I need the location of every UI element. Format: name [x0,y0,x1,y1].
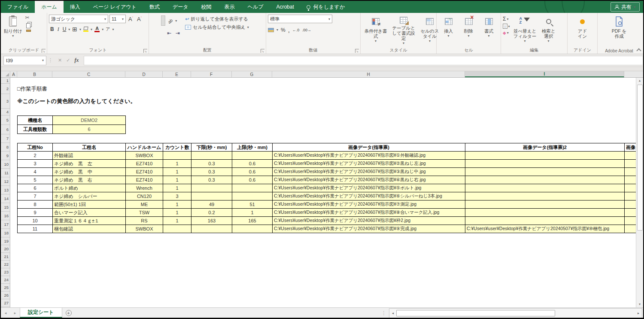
top-align-button[interactable] [151,15,155,26]
row-header-5[interactable]: 5 [1,115,10,125]
scroll-down-icon[interactable] [639,301,641,307]
ribbon-tab-ヘルプ[interactable]: ヘルプ [241,1,270,13]
cell[interactable] [163,225,191,233]
ribbon-tab-ページ レイアウト[interactable]: ページ レイアウト [87,1,143,13]
column-header-H[interactable]: H [272,71,465,77]
cell[interactable]: ネジ締め 黒 中 [53,168,126,176]
bottom-align-button[interactable] [161,15,165,26]
cell[interactable]: 0.3 [191,160,232,168]
number-dialog-launcher[interactable] [355,49,359,53]
cell[interactable] [625,184,636,192]
cell[interactable]: 3 [18,160,53,168]
row-header-3[interactable]: 3 [1,94,10,109]
row-header-15[interactable]: 15 [1,203,10,212]
row-header-24[interactable]: 24 [1,276,10,284]
cell[interactable]: 3 [163,192,191,201]
cell[interactable] [625,160,636,168]
cell[interactable]: 外観確認 [53,152,126,160]
insert-function-icon[interactable] [74,57,79,64]
cell[interactable]: 51 [232,201,273,209]
cell[interactable]: RS [126,217,163,225]
increase-indent-button[interactable] [174,29,182,37]
cell[interactable]: Wrench [126,184,163,192]
phonetic-guide-button[interactable] [104,26,111,32]
confirm-entry-icon[interactable] [66,58,70,63]
percent-style-button[interactable] [281,27,286,33]
paste-button[interactable]: 貼り付け [3,15,24,47]
ribbon-tab-Acrobat[interactable]: Acrobat [270,1,300,13]
autosum-button[interactable] [503,16,510,22]
delete-cells-button[interactable]: 削除 [463,15,474,47]
cell[interactable]: 1 [163,168,191,176]
scroll-right-icon[interactable] [635,311,642,315]
cell[interactable]: 1 [163,184,191,192]
cell[interactable]: 4 [18,168,53,176]
align-right-button[interactable] [161,32,164,34]
formula-bar-splitter[interactable]: ⋮ [48,58,53,63]
cell[interactable]: C:¥Users¥user¥Desktop¥作業ナビアプリ20240607¥指示… [273,160,465,168]
clipboard-dialog-launcher[interactable] [42,49,46,53]
cell[interactable] [465,201,625,209]
table-header-cell[interactable]: 画像データ(指導票) [273,143,465,152]
column-header-I[interactable]: I [465,71,624,77]
cell[interactable]: C:¥Users¥user¥Desktop¥作業ナビアプリ20240607¥指示… [273,152,465,160]
cell[interactable]: C:¥Users¥user¥Desktop¥作業ナビアプリ20240607¥指示… [273,201,465,209]
row-header-22[interactable]: 22 [1,261,10,268]
orientation-button[interactable]: ab [166,15,174,26]
find-select-button[interactable]: 検索と選択 [538,15,559,47]
row-header-26[interactable]: 26 [1,292,10,299]
fill-color-button[interactable] [82,27,90,32]
cell[interactable]: 10 [18,217,53,225]
align-center-button[interactable] [155,28,160,38]
cell[interactable]: 9 [18,209,53,217]
cell[interactable] [465,184,625,192]
cell[interactable]: C:¥Users¥user¥Desktop¥作業ナビアプリ20240607¥指示… [273,176,465,184]
ribbon-tab-データ[interactable]: データ [166,1,195,13]
cut-button[interactable] [25,15,31,21]
create-pdf-button[interactable]: PDF を作成 [609,15,629,47]
info-value-cell[interactable]: 6 [53,125,126,134]
row-header-23[interactable]: 23 [1,268,10,276]
cell[interactable] [191,152,232,160]
addins-button[interactable]: アドイン [576,15,589,47]
row-header-12[interactable]: 12 [1,177,10,186]
cell[interactable] [465,168,625,176]
scroll-left-icon[interactable] [389,311,396,315]
column-header-C[interactable]: C [52,71,125,77]
row-header-27[interactable]: 27 [1,299,10,307]
vertical-scroll-thumb[interactable] [637,85,643,231]
cell[interactable] [465,192,625,201]
table-header-cell[interactable]: 下限(秒・mm) [191,143,232,152]
cell[interactable]: CN120 [126,192,163,201]
cell[interactable]: 165 [232,217,273,225]
cell[interactable]: ネジ締め シルバー [53,192,126,201]
next-sheet-icon[interactable] [10,308,20,318]
row-header-9[interactable]: 9 [1,152,10,160]
cell[interactable]: 1 [163,201,191,209]
format-cells-button[interactable]: 書式 [483,15,495,47]
ribbon-tab-表示[interactable]: 表示 [218,1,241,13]
cell[interactable]: EZ7410 [126,176,163,184]
row-header-6[interactable]: 6 [1,125,10,134]
fill-button[interactable] [503,24,510,29]
cell[interactable] [625,201,636,209]
cell[interactable]: SWBOX [126,225,163,233]
cell[interactable]: C:¥Users¥user¥Desktop¥作業ナビアプリ20240607¥指示… [273,209,465,217]
sheet-tab-active[interactable]: 設定シート [20,308,62,318]
format-painter-button[interactable] [26,30,31,32]
cell[interactable]: TSW [126,209,163,217]
cell[interactable] [232,184,273,192]
row-header-7[interactable]: 7 [1,134,10,143]
ribbon-tab-数式[interactable]: 数式 [143,1,166,13]
align-left-button[interactable] [151,32,154,34]
cell[interactable]: C:¥Users¥user¥Desktop¥作業ナビアプリ20240607¥指示… [273,184,465,192]
cell[interactable]: 梱包確認 [53,225,126,233]
table-header-cell[interactable]: 画像デ [625,143,636,152]
cell[interactable]: 8 [18,201,53,209]
conditional-formatting-button[interactable]: 条件付き書式 [362,15,389,47]
merge-center-button[interactable]: セルを結合して中央揃え [185,24,249,30]
sheet-canvas[interactable]: □作業手順書 ※このシートの黄色部の入力をしてください。 機種名DEMO2工具種… [10,78,636,307]
info-value-cell[interactable]: DEMO2 [53,116,126,125]
cancel-entry-icon[interactable] [58,58,62,63]
share-button[interactable]: 共有 [611,2,640,12]
